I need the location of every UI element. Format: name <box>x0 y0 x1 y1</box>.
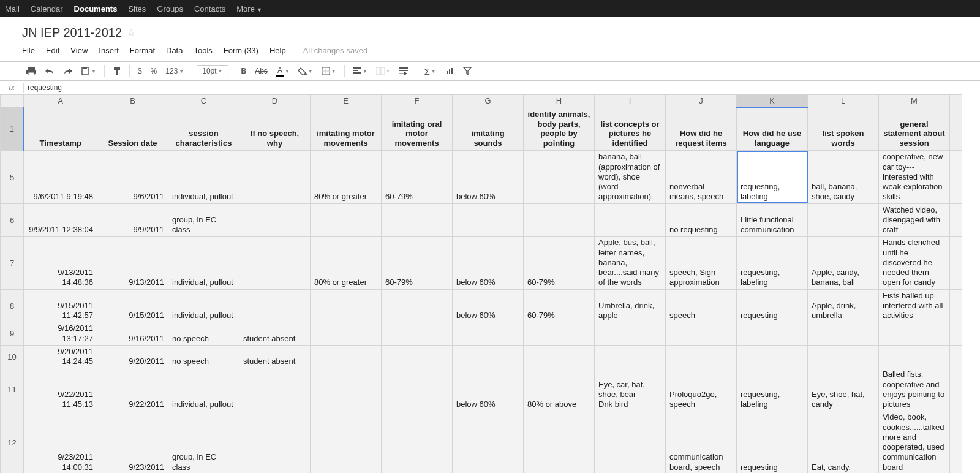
cell[interactable] <box>382 203 453 236</box>
cell[interactable]: 9/23/2011 14:00:31 <box>24 411 97 473</box>
cell[interactable] <box>950 411 962 473</box>
cell[interactable]: Eye, shoe, hat, candy <box>808 368 879 411</box>
cell[interactable]: speech <box>666 289 737 322</box>
cell[interactable] <box>524 322 595 346</box>
cell[interactable]: 9/6/2011 9:19:48 <box>24 151 97 203</box>
cell[interactable] <box>950 368 962 411</box>
cell[interactable]: nonverbal means, speech <box>666 151 737 203</box>
cell[interactable] <box>524 203 595 236</box>
cell[interactable] <box>808 322 879 346</box>
cell[interactable]: student absent <box>239 322 311 346</box>
cell[interactable] <box>311 368 382 411</box>
menu-data[interactable]: Data <box>166 46 183 55</box>
cell[interactable]: 60-79% <box>382 151 453 203</box>
column-header-L[interactable]: L <box>808 95 879 107</box>
column-label[interactable]: imitating motor movements <box>311 107 382 151</box>
row-header[interactable]: 7 <box>1 236 24 289</box>
cell[interactable] <box>239 368 311 411</box>
cell[interactable] <box>524 411 595 473</box>
column-label[interactable]: How did he use language <box>737 107 808 151</box>
cell[interactable]: individual, pullout <box>168 368 239 411</box>
column-label[interactable]: list spoken words <box>808 107 879 151</box>
cell[interactable] <box>524 151 595 203</box>
cell[interactable] <box>595 203 666 236</box>
cell[interactable]: 60-79% <box>524 236 595 289</box>
nav-contacts[interactable]: Contacts <box>194 4 225 13</box>
cell[interactable]: individual, pullout <box>168 289 239 322</box>
menu-help[interactable]: Help <box>270 46 286 55</box>
cell[interactable]: requesting, labeling <box>737 368 808 411</box>
cell[interactable] <box>382 289 453 322</box>
strikethrough-button[interactable]: Abc <box>251 65 271 77</box>
spreadsheet-grid[interactable]: ABCDEFGHIJKLM1TimestampSession datesessi… <box>0 94 980 473</box>
undo-button[interactable] <box>41 66 58 77</box>
format-percent-button[interactable]: % <box>147 65 161 77</box>
cell[interactable]: below 60% <box>453 368 524 411</box>
cell[interactable]: no speech <box>168 345 239 368</box>
menu-tools[interactable]: Tools <box>194 46 212 55</box>
cell[interactable]: Little functional communication <box>737 203 808 236</box>
cell[interactable]: Eat, candy, <box>808 411 879 473</box>
cell[interactable] <box>950 289 962 322</box>
cell[interactable] <box>595 345 666 368</box>
column-header-M[interactable]: M <box>879 95 950 107</box>
cell[interactable] <box>453 345 524 368</box>
cell[interactable] <box>453 322 524 346</box>
column-label[interactable]: imitating oral motor movements <box>382 107 453 151</box>
row-header[interactable]: 12 <box>1 411 24 473</box>
cell[interactable]: cooperative, new car toy---interested wi… <box>879 151 950 203</box>
row-header[interactable]: 5 <box>1 151 24 203</box>
cell[interactable] <box>950 236 962 289</box>
cell[interactable] <box>311 345 382 368</box>
insert-chart-button[interactable] <box>441 65 458 77</box>
cell[interactable] <box>950 203 962 236</box>
cell[interactable]: 9/13/2011 <box>97 236 168 289</box>
cell[interactable] <box>737 345 808 368</box>
cell[interactable] <box>950 151 962 203</box>
column-header-K[interactable]: K <box>737 95 808 107</box>
cell[interactable]: 9/16/2011 <box>97 322 168 346</box>
column-header-J[interactable]: J <box>666 95 737 107</box>
cell[interactable] <box>382 411 453 473</box>
cell[interactable]: below 60% <box>453 151 524 203</box>
row-header[interactable]: 10 <box>1 345 24 368</box>
cell[interactable]: individual, pullout <box>168 151 239 203</box>
nav-calendar[interactable]: Calendar <box>31 4 63 13</box>
row-header[interactable]: 8 <box>1 289 24 322</box>
cell[interactable] <box>311 411 382 473</box>
row-header[interactable]: 11 <box>1 368 24 411</box>
cell[interactable] <box>239 151 311 203</box>
cell[interactable] <box>950 322 962 346</box>
cell[interactable] <box>595 411 666 473</box>
menu-form[interactable]: Form (33) <box>224 46 258 55</box>
cell[interactable]: ball, banana, shoe, candy <box>808 151 879 203</box>
cell[interactable]: 9/9/2011 12:38:04 <box>24 203 97 236</box>
cell[interactable]: Fists balled up interfered with all acti… <box>879 289 950 322</box>
align-button[interactable]: ▼ <box>349 66 371 77</box>
paint-format-button[interactable] <box>109 64 125 78</box>
column-label[interactable]: How did he request items <box>666 107 737 151</box>
nav-more[interactable]: More▼ <box>236 4 262 13</box>
column-label[interactable]: Session date <box>97 107 168 151</box>
cell[interactable] <box>311 203 382 236</box>
cell[interactable] <box>382 345 453 368</box>
cell[interactable] <box>666 345 737 368</box>
cell[interactable] <box>595 322 666 346</box>
paste-button[interactable]: ▼ <box>78 65 100 77</box>
cell[interactable]: requesting, labeling <box>737 151 808 203</box>
cell[interactable]: Video, book, cookies......talked more an… <box>879 411 950 473</box>
cell[interactable]: 60-79% <box>382 236 453 289</box>
cell[interactable]: 9/15/2011 <box>97 289 168 322</box>
redo-button[interactable] <box>59 66 77 77</box>
cell[interactable] <box>382 368 453 411</box>
cell[interactable]: 9/20/2011 <box>97 345 168 368</box>
cell[interactable] <box>453 411 524 473</box>
cell[interactable]: below 60% <box>453 289 524 322</box>
format-currency-button[interactable]: $ <box>134 65 146 77</box>
column-label[interactable]: session characteristics <box>168 107 239 151</box>
column-header-extra[interactable] <box>950 95 962 107</box>
cell[interactable] <box>311 322 382 346</box>
cell[interactable]: 9/6/2011 <box>97 151 168 203</box>
column-header-F[interactable]: F <box>382 95 453 107</box>
cell[interactable] <box>239 236 311 289</box>
